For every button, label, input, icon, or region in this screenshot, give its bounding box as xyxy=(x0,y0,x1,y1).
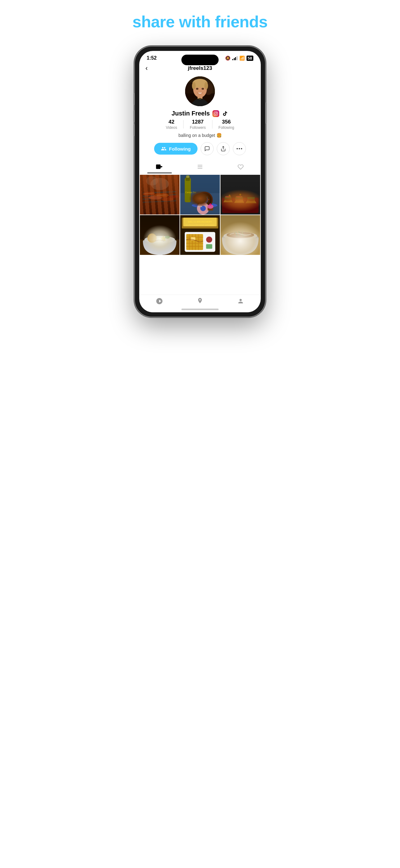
svg-point-61 xyxy=(225,198,232,201)
status-icons: 🔕 📶 58 xyxy=(225,56,253,61)
svg-line-26 xyxy=(143,191,176,193)
svg-line-28 xyxy=(143,198,176,199)
svg-rect-109 xyxy=(242,232,243,234)
share-button[interactable] xyxy=(217,142,230,155)
svg-rect-51 xyxy=(203,202,205,203)
svg-line-29 xyxy=(143,201,176,203)
tab-list[interactable] xyxy=(180,160,221,173)
tab-bar xyxy=(139,160,261,174)
svg-point-67 xyxy=(247,198,255,201)
svg-rect-99 xyxy=(206,244,212,249)
svg-rect-58 xyxy=(221,175,260,215)
svg-point-48 xyxy=(197,192,212,207)
svg-rect-100 xyxy=(221,215,260,255)
more-button[interactable] xyxy=(233,142,246,155)
svg-point-75 xyxy=(147,234,157,243)
svg-point-37 xyxy=(151,178,169,190)
followers-count: 1287 xyxy=(192,119,204,125)
tab-liked[interactable] xyxy=(220,160,261,173)
message-button[interactable] xyxy=(201,142,214,155)
svg-rect-12 xyxy=(214,112,218,116)
following-label: Following xyxy=(169,146,191,152)
svg-rect-42 xyxy=(186,176,190,181)
svg-line-107 xyxy=(242,232,243,237)
svg-rect-43 xyxy=(186,176,190,178)
svg-point-18 xyxy=(241,148,242,149)
following-button[interactable]: Following xyxy=(154,143,198,155)
video-grid: Campe Dor xyxy=(139,174,261,255)
mute-icon: 🔕 xyxy=(225,56,230,61)
svg-point-7 xyxy=(192,82,196,89)
nav-profile[interactable] xyxy=(220,298,261,305)
tiktok-icon[interactable] xyxy=(222,110,229,117)
bio: balling on a budget 🍔 xyxy=(178,133,222,138)
svg-rect-60 xyxy=(222,198,259,213)
svg-rect-101 xyxy=(221,215,260,255)
svg-point-14 xyxy=(216,112,217,113)
tab-videos[interactable] xyxy=(139,160,180,173)
svg-point-56 xyxy=(207,205,214,209)
action-buttons: Following xyxy=(151,142,249,155)
svg-rect-25 xyxy=(140,175,179,215)
svg-marker-79 xyxy=(160,235,167,241)
svg-point-33 xyxy=(148,196,162,199)
following-icon xyxy=(161,146,167,152)
svg-point-102 xyxy=(222,234,259,243)
svg-rect-55 xyxy=(208,207,213,211)
svg-rect-40 xyxy=(180,175,220,193)
svg-rect-39 xyxy=(180,175,220,215)
phone-mockup: 1:52 🔕 📶 58 ‹ jfreels123 xyxy=(135,46,265,317)
following-label: Following xyxy=(219,125,234,130)
svg-point-16 xyxy=(237,148,238,149)
stats-row: 42 Videos 1287 Followers 356 Following xyxy=(145,119,255,130)
stat-videos[interactable]: 42 Videos xyxy=(160,119,183,130)
svg-rect-110 xyxy=(234,233,235,234)
instagram-icon[interactable] xyxy=(212,110,219,117)
svg-rect-59 xyxy=(221,175,260,215)
svg-point-66 xyxy=(236,196,242,198)
grid-item-2[interactable]: Campe Dor xyxy=(180,175,220,215)
svg-rect-68 xyxy=(247,197,255,199)
svg-point-54 xyxy=(200,206,206,211)
grid-item-1[interactable] xyxy=(140,175,179,215)
back-button[interactable]: ‹ xyxy=(145,64,147,72)
phone-screen: 1:52 🔕 📶 58 ‹ jfreels123 xyxy=(139,51,261,312)
svg-text:Campe Dor: Campe Dor xyxy=(186,191,197,194)
svg-rect-62 xyxy=(225,197,232,199)
signal-icon xyxy=(232,56,237,60)
grid-item-4[interactable] xyxy=(140,215,179,255)
svg-point-8 xyxy=(204,82,208,89)
svg-point-47 xyxy=(201,196,208,204)
svg-point-64 xyxy=(235,198,243,201)
svg-rect-71 xyxy=(140,215,179,255)
grid-item-5[interactable]: DELI & BRUNCHERY AN UPSCALE BREAKFAST EX… xyxy=(180,215,220,255)
svg-line-36 xyxy=(157,195,166,195)
nav-location[interactable] xyxy=(180,298,221,305)
nav-explore[interactable] xyxy=(139,298,180,305)
svg-marker-20 xyxy=(161,165,163,168)
svg-line-27 xyxy=(143,195,176,196)
svg-line-35 xyxy=(144,193,154,194)
status-time: 1:52 xyxy=(147,55,157,61)
svg-point-45 xyxy=(192,203,218,208)
svg-point-31 xyxy=(154,193,169,198)
svg-rect-50 xyxy=(206,196,207,198)
grid-item-3[interactable] xyxy=(221,175,260,215)
svg-point-10 xyxy=(202,88,204,90)
svg-point-13 xyxy=(215,113,217,115)
svg-point-80 xyxy=(165,236,170,239)
grid-item-6[interactable] xyxy=(221,215,260,255)
svg-line-106 xyxy=(239,231,240,236)
stat-following[interactable]: 356 Following xyxy=(212,119,241,130)
svg-rect-19 xyxy=(156,164,161,169)
videos-count: 42 xyxy=(169,119,174,125)
svg-point-53 xyxy=(197,203,209,215)
svg-point-103 xyxy=(224,232,257,240)
svg-point-34 xyxy=(161,197,173,201)
svg-rect-49 xyxy=(202,195,203,196)
screen-content: ‹ jfreels123 xyxy=(139,62,261,294)
stat-followers[interactable]: 1287 Followers xyxy=(184,119,212,130)
followers-label: Followers xyxy=(190,125,206,130)
svg-text:DELI & BRUNCHERY: DELI & BRUNCHERY xyxy=(188,220,212,223)
svg-point-17 xyxy=(239,148,240,149)
